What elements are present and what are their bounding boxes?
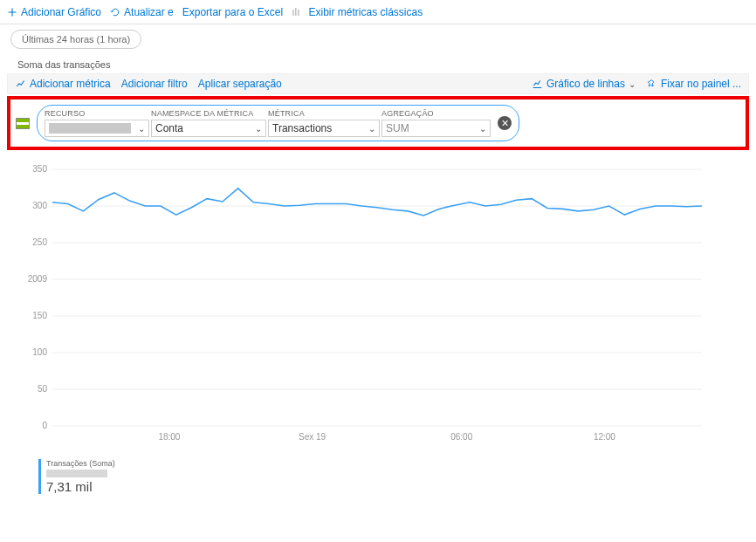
svg-text:150: 150 [32, 311, 47, 320]
export-label: Exportar para o Excel [182, 6, 283, 18]
filter-resource-select[interactable]: ⌄ [45, 120, 149, 137]
refresh-icon [110, 7, 120, 17]
legend-value: 7,31 mil [46, 479, 756, 494]
line-chart-icon [532, 79, 543, 90]
svg-text:18:00: 18:00 [158, 432, 180, 442]
toolbar-sep: ılı [292, 6, 299, 18]
time-range-row: Últimas 24 horas (1 hora) [0, 24, 756, 49]
pin-icon [646, 79, 657, 90]
legend-bar [46, 470, 107, 477]
chevron-down-icon: ⌄ [255, 124, 262, 134]
filter-aggregation: AGREGAÇÃO SUM ⌄ [381, 109, 491, 137]
export-excel-button[interactable]: Exportar para o Excel [182, 6, 283, 18]
filter-metric: MÉTRICA Transactions ⌄ [268, 109, 380, 137]
filter-namespace-value: Conta [155, 122, 183, 134]
filter-aggregation-label: AGREGAÇÃO [381, 109, 491, 118]
add-filter-button[interactable]: Adicionar filtro [121, 78, 188, 90]
line-chart: 0501001502009250300350 18:00Sex 1906:001… [26, 164, 707, 452]
remove-metric-button[interactable]: ✕ [498, 116, 512, 130]
legend-item[interactable]: Transações (Soma) 7,31 mil [38, 459, 756, 494]
filter-aggregation-select[interactable]: SUM ⌄ [381, 120, 491, 137]
filter-resource-value [49, 123, 131, 134]
svg-text:100: 100 [32, 347, 47, 357]
chevron-down-icon: ⌄ [629, 79, 636, 89]
svg-text:300: 300 [32, 201, 47, 210]
metric-filter-highlight: RECURSO ⌄ NAMESPACE DA MÉTRICA Conta ⌄ M… [7, 96, 749, 150]
apply-split-button[interactable]: Aplicar separação [198, 78, 282, 90]
svg-text:250: 250 [32, 237, 47, 247]
classic-label: Exibir métricas clássicas [308, 6, 423, 18]
svg-text:350: 350 [32, 164, 47, 174]
filter-aggregation-value: SUM [386, 122, 409, 134]
pin-label: Fixar no painel ... [661, 78, 741, 90]
add-metric-label: Adicionar métrica [30, 78, 111, 90]
add-metric-button[interactable]: Adicionar métrica [15, 78, 111, 90]
filter-namespace-label: NAMESPACE DA MÉTRICA [151, 109, 266, 118]
add-chart-label: Adicionar Gráfico [21, 6, 101, 18]
svg-text:06:00: 06:00 [450, 432, 472, 442]
legend-label: Transações (Soma) [46, 459, 756, 468]
classic-metrics-button[interactable]: Exibir métricas clássicas [308, 6, 423, 18]
chevron-down-icon: ⌄ [479, 124, 486, 134]
sparkle-icon [15, 79, 26, 90]
refresh-button[interactable]: Atualizar e [110, 6, 174, 18]
filter-metric-label: MÉTRICA [268, 109, 380, 118]
svg-text:50: 50 [38, 384, 48, 394]
add-chart-button[interactable]: Adicionar Gráfico [7, 6, 101, 18]
filter-namespace: NAMESPACE DA MÉTRICA Conta ⌄ [151, 109, 266, 137]
plus-icon [7, 7, 17, 17]
pin-button[interactable]: Fixar no painel ... [646, 78, 741, 90]
chart-legend: Transações (Soma) 7,31 mil [0, 456, 756, 501]
chart-subtitle: Soma das transações [0, 49, 756, 73]
time-range-pill[interactable]: Últimas 24 horas (1 hora) [10, 30, 141, 49]
top-toolbar: Adicionar Gráfico Atualizar e Exportar p… [0, 0, 756, 24]
chart-actions-bar: Adicionar métrica Adicionar filtro Aplic… [7, 73, 749, 94]
filter-metric-value: Transactions [272, 122, 332, 134]
chevron-down-icon: ⌄ [138, 124, 145, 134]
filter-resource: RECURSO ⌄ [45, 109, 149, 137]
chevron-down-icon: ⌄ [368, 124, 375, 134]
svg-text:12:00: 12:00 [594, 432, 615, 442]
filter-resource-label: RECURSO [45, 109, 149, 118]
filter-metric-select[interactable]: Transactions ⌄ [268, 120, 380, 137]
chart-type-label: Gráfico de linhas [546, 78, 625, 90]
chart-area: 0501001502009250300350 18:00Sex 1906:001… [0, 150, 756, 456]
svg-text:2009: 2009 [28, 274, 48, 284]
svg-text:Sex 19: Sex 19 [299, 432, 326, 442]
refresh-label: Atualizar e [124, 6, 174, 18]
storage-icon [16, 118, 30, 129]
filter-namespace-select[interactable]: Conta ⌄ [151, 120, 266, 137]
chart-type-button[interactable]: Gráfico de linhas ⌄ [532, 78, 636, 90]
svg-text:0: 0 [42, 421, 47, 430]
